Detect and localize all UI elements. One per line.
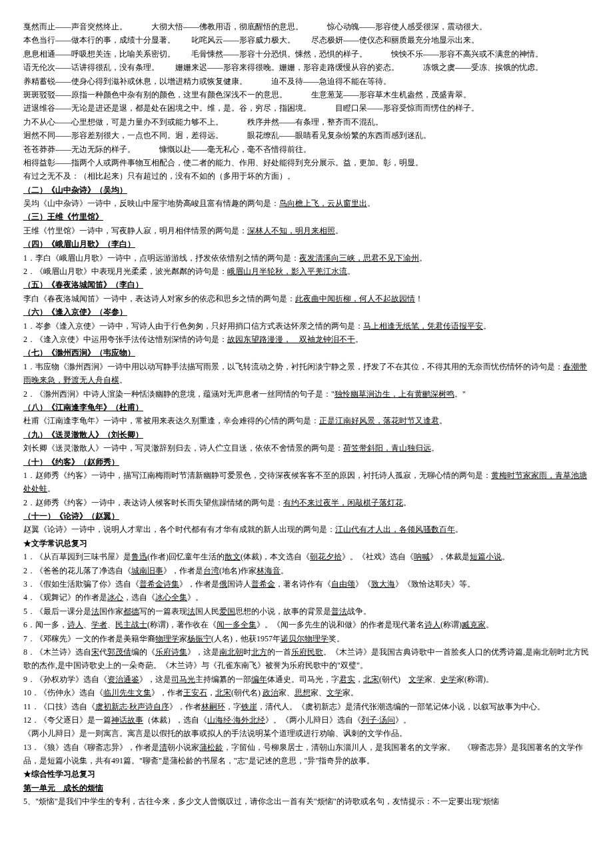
literature-line: 《两小儿辩日》是一则寓言。寓言是以假托的故事或拟人的手法说明某个道理或进行劝喻、… [23, 727, 590, 740]
section-title: （十一）《论诗》（赵翼） [23, 509, 590, 523]
section-line: 1．李白《峨眉山月歌》一诗中，点明远游游线，抒发依依惜别之情的两句是：夜发清溪向… [23, 251, 590, 265]
literature-line: 10．《伤仲永》选自《临川先生文集》，作者王安石，北宋(朝代名) 政治家、思想家… [23, 686, 590, 699]
literature-line: 11．《口技》选自《虞初新志·秋声诗自序》，作者林嗣环，字铁崖，清代人。《虞初新… [23, 700, 590, 713]
section-title: （二）《山中杂诗》（吴均） [23, 183, 590, 197]
unit-title: 第一单元 成长的烦恼 [23, 781, 590, 795]
vocab-line: 戛然而止——声音突然终止。 大彻大悟——佛教用语，彻底醒悟的意思。 惊心动魄——… [23, 20, 590, 33]
section-title: （十）《约客》（赵师秀） [23, 455, 590, 469]
vocab-line: 有过之无不及：（相比起来）只有超过的，没有不如的（多用于坏的方面）。 [23, 169, 590, 183]
vocab-line: 本色当行——做本行的事，成绩十分显著。 叱咤风云——形容威力极大。 尽态极妍——… [23, 33, 590, 47]
vocab-line: 进退维谷——无论是进还是退，都是处在困境之中。维，是。谷，穷尽，指困境。 目瞪口… [23, 101, 590, 115]
vocab-line: 苍苍莽莽——无边无际的样子。 慷慨以赴——毫无私心，毫不吝惜得前往。 [23, 143, 590, 156]
section-line: 1．岑参《逢入京使》一诗中，写诗人由于行色匆匆，只好用捎口信方式表达怀亲之情的两… [23, 319, 590, 333]
vocab-line: 相得益彰——指两个人或两件事物互相配合，使二者的能力、作用、好处能得到充分展示。… [23, 156, 590, 169]
vocab-line: 息息相通——呼吸想关连，比喻关系密切。 毛骨悚然——形容十分恐惧。悚然，恐惧的样… [23, 47, 590, 61]
literature-line: 2．《爸爸的花儿落了净选自《城南旧事》，作者是台湾(地名)作家林海音。 [23, 564, 590, 577]
section-line: 2．《逢入京使》中运用夸张手法传达惜别深情的诗句是：故园东望路漫漫， 双袖龙钟泪… [23, 333, 590, 346]
section-line: 1．韦应物《滁州西涧》一诗中用以动写静手法描写雨景，以飞转流动之势，衬托闲淡宁静… [23, 360, 590, 387]
literature-line: 13．《狼》选自《聊斋志异》，作者是清朝小说家蒲松龄，字留仙，号柳泉居士，清朝山… [23, 741, 590, 768]
vocab-line: 斑斑驳驳——原指一种颜色中杂有别的颜色，这里有颜色深浅不一的意思。 生意葱茏——… [23, 88, 590, 101]
literature-title: ★文学常识总复习 [23, 537, 590, 550]
vocab-line: 养精蓄锐——使身心得到滋补或休息，以增进精力或恢复健康。 迫不及待——急迫得不能… [23, 75, 590, 88]
section-line: 1．赵师秀《约客》一诗中，描写江南梅雨时节清新幽静可爱景色，交待深夜候客客不至的… [23, 469, 590, 496]
section-title: （八）《江南逢李龟年》（杜甫） [23, 401, 590, 414]
section-line: 刘长卿《送灵澈散人》一诗中，写灵澈辞别归去，诗人伫立目送，依依不舍情景的两句是：… [23, 441, 590, 455]
literature-line: 1．《从百草园到三味书屋》是鲁迅(作者)回忆童年生活的散文(体裁)，本文选自《朝… [23, 550, 590, 563]
vocab-line: 语无伦次——话讲得很乱，没有条理。 姗姗来迟——形容来得很晚。姗姗，形容走路缓慢… [23, 61, 590, 74]
literature-line: 12．《夸父逐日》是一篇神话故事（体裁），选自《山海经·海外北经》。《两小儿辩日… [23, 713, 590, 727]
section-title: （三）王维《竹里馆》 [23, 210, 590, 223]
literature-line: 7．《邓稼先》一文的作者是美籍华裔物理学家杨振宁(人名)，他获1957年诺贝尔物… [23, 632, 590, 645]
study-line: 5、"烦恼"是我们中学生的专利，古往今来，多少文人曾慨叹过，请你念出一首有关"烦… [23, 795, 590, 808]
section-line: 杜甫《江南逢李龟年》一诗中，常被用来表达久别重逢，幸会难得的心情的两句是：正是江… [23, 414, 590, 427]
vocab-line: 迥然不同——形容差别很大，一点也不同。迥，差得远。 眼花缭乱——眼睛看见复杂纷繁… [23, 129, 590, 142]
literature-line: 8．《木兰诗》选自宋代郭茂倩编的《乐府诗集》，这是南北朝时北方的一首乐府民歌。《… [23, 645, 590, 673]
section-line: 吴均《山中杂诗》一诗中，反映山中屋宇地势高峻且富有情趣的两句是：鸟向檐上飞，云从… [23, 197, 590, 210]
section-line: 李白《春夜洛城闻笛》一诗中，表达诗人对家乡的依恋和思乡之情的两句是：此夜曲中闻折… [23, 292, 590, 305]
section-title: （九）《送灵澈散人》（刘长卿） [23, 428, 590, 441]
section-title: （六）《逢入京使》（岑参） [23, 305, 590, 319]
section-line: 2．《滁州西涧》中诗人渲染一种恬淡幽静的意境，蕴涵对无声息者一丝同情的句子是："… [23, 387, 590, 401]
section-line: 赵翼《论诗》一诗中，说明人才辈出，各个时代都有有才华有成就的新人出现的两句是：江… [23, 523, 590, 536]
section-title: （四）《峨眉山月歌》（李白） [23, 237, 590, 251]
study-title: ★综合性学习总复习 [23, 767, 590, 781]
section-title: （七）《滁州西涧》（韦应物） [23, 346, 590, 359]
literature-line: 9．《孙权劝学》选自《资治通鉴》，这是司马光主持编纂的一部编年体通史。司马光，字… [23, 673, 590, 686]
section-line: 王维《竹里馆》一诗中，写夜静人寂，明月相伴情景的两句是：深林人不知，明月来相照。 [23, 224, 590, 237]
vocab-line: 力不从心——心里想做，可是力量办不到或能力够不上。 秩序井然——有条理，整齐而不… [23, 115, 590, 129]
section-line: 2．《峨眉山月歌》中表现月光柔柔，波光粼粼的诗句是：峨眉山月半轮秋，影入平羌江水… [23, 265, 590, 278]
section-line: 2．赵师秀《约客》一诗中，表达诗人候客时长而失望焦躁情绪的两句是：有约不来过夜半… [23, 496, 590, 509]
literature-line: 6．闻一多，诗人、学者、民主战士(称谓)，著作收在《闻一多全集》。《闻一多先生的… [23, 618, 590, 631]
literature-line: 5．《最后一课分是法国作家都德写的一篇表现法国人民爱国思想的小说，故事的背景是普… [23, 605, 590, 618]
section-title: （五）《春夜洛城闻笛》（李白） [23, 278, 590, 291]
literature-line: 3．《假如生活欺骗了你》选自《普希金诗集》，作者是俄国诗人普希金，著名诗作有《自… [23, 577, 590, 591]
literature-line: 4．《观舞记》的作者是冰心，选自《冰心全集》。 [23, 591, 590, 604]
